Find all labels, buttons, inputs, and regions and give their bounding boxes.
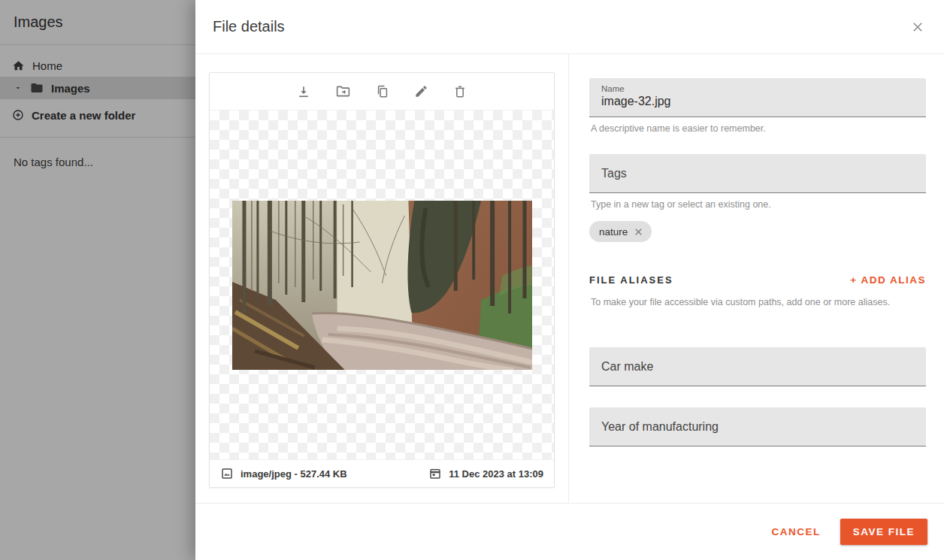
name-helper-text: A descriptive name is easier to remember… (591, 123, 926, 134)
tag-chip-label: nature (599, 226, 628, 238)
tags-field[interactable] (589, 154, 926, 193)
close-icon[interactable] (909, 19, 926, 35)
add-alias-button[interactable]: + ADD ALIAS (850, 274, 926, 286)
year-of-manufacturing-field[interactable] (589, 407, 926, 446)
details-form: Name A descriptive name is easier to rem… (569, 54, 944, 503)
cancel-button[interactable]: CANCEL (771, 526, 820, 537)
year-of-manufacturing-input[interactable] (601, 420, 914, 434)
remove-tag-icon[interactable] (632, 226, 645, 238)
copy-icon[interactable] (374, 83, 392, 101)
preview-pane: image/jpeg - 527.44 KB 11 Dec 2023 at 13… (195, 54, 569, 503)
file-preview-image[interactable] (232, 201, 532, 370)
edit-icon[interactable] (413, 83, 430, 100)
tags-helper-text: Type in a new tag or select an existing … (591, 199, 926, 210)
modal-scrim[interactable] (0, 0, 195, 560)
transparency-checkerboard (210, 110, 554, 459)
file-aliases-heading: FILE ALIASES (589, 274, 673, 286)
modal-title: File details (213, 18, 285, 35)
delete-icon[interactable] (451, 83, 469, 101)
name-input[interactable] (601, 95, 914, 108)
preview-toolbar (210, 73, 554, 110)
file-meta-bar: image/jpeg - 527.44 KB 11 Dec 2023 at 13… (210, 459, 554, 487)
save-file-button[interactable]: SAVE FILE (840, 519, 927, 545)
download-icon[interactable] (295, 83, 313, 101)
tags-input[interactable] (601, 167, 914, 180)
file-date: 11 Dec 2023 at 13:09 (449, 468, 543, 480)
preview-card: image/jpeg - 527.44 KB 11 Dec 2023 at 13… (209, 72, 555, 488)
car-make-input[interactable] (601, 360, 914, 374)
aliases-helper-text: To make your file accessible via custom … (591, 297, 926, 307)
name-field-label: Name (601, 84, 914, 93)
move-to-folder-icon[interactable] (334, 82, 352, 101)
tag-chip[interactable]: nature (589, 221, 652, 242)
car-make-field[interactable] (589, 347, 926, 386)
image-type-icon (220, 467, 234, 480)
modal-footer: CANCEL SAVE FILE (195, 503, 944, 560)
file-type-size: image/jpeg - 527.44 KB (241, 468, 347, 480)
calendar-icon (428, 467, 442, 480)
name-field[interactable]: Name (589, 78, 926, 117)
file-details-modal: File details (195, 0, 944, 560)
